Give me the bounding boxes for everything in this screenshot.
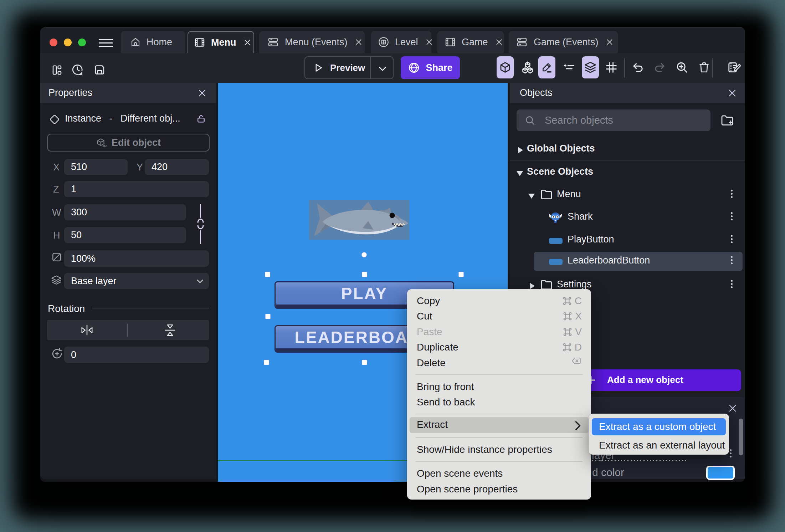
svg-text:2D: 2D xyxy=(102,144,107,148)
